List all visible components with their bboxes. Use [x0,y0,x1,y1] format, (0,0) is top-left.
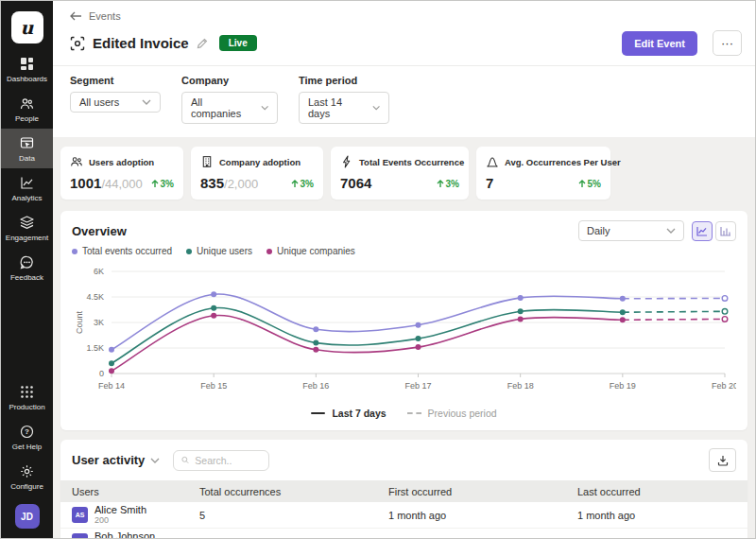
sidebar-item-configure[interactable]: Configure [1,457,53,496]
svg-text:Feb 14: Feb 14 [98,381,125,391]
svg-text:Feb 18: Feb 18 [507,381,534,391]
table-row[interactable]: AS Alice Smith200 5 1 month ago 1 month … [60,502,747,529]
sidebar-item-get-help[interactable]: ? Get Help [1,417,53,457]
sidebar-item-data[interactable]: Data [1,129,53,168]
back-arrow-icon [70,11,82,21]
period-legend: Last 7 days Previous period [72,404,736,425]
svg-text:Count: Count [75,311,84,335]
user-id: 200 [94,516,146,526]
event-icon [70,36,85,51]
table-row[interactable]: BJ Bob Johnson201 5 1 month ago 1 month … [60,529,747,539]
search-icon [181,455,189,465]
segment-filter-value: All users [79,96,119,108]
search-input[interactable] [195,455,261,466]
svg-text:Feb 15: Feb 15 [200,381,227,391]
sidebar-item-dashboards[interactable]: Dashboards [1,49,53,89]
sidebar-item-production[interactable]: Production [1,377,53,417]
avatar-initials: JD [21,512,33,522]
sidebar-item-label: Feedback [10,273,43,282]
sidebar-item-label: Get Help [12,443,43,451]
table-header: Users Total occurrences First occurred L… [60,480,747,502]
legend-unique-users[interactable]: Unique users [186,246,252,256]
download-icon [717,455,729,466]
users-adoption-icon [70,155,83,168]
user-name[interactable]: Bob Johnson [94,530,155,539]
stat-card-label: Company adoption [219,157,301,167]
cell-first-occurred: 1 month ago [388,536,577,539]
column-users: Users [72,486,199,497]
edit-pencil-icon[interactable] [197,38,208,49]
up-arrow-icon [578,180,586,188]
bar-chart-icon [720,226,731,236]
line-chart-toggle[interactable] [692,221,713,241]
app-logo-letter: u [21,17,34,38]
status-badge: Live [219,35,257,51]
time-period-filter-label: Time period [299,75,389,86]
back-link[interactable]: Events [70,10,121,22]
chart-type-toggle [692,221,736,241]
company-adoption-icon [200,155,214,168]
stat-card-label: Users adoption [89,157,154,167]
stat-card-value: 1001 [70,175,101,191]
svg-text:3K: 3K [94,318,104,327]
chevron-down-icon [666,228,676,234]
analytics-icon [19,175,35,191]
sidebar: u Dashboards People Data Analytics Engag… [1,1,53,538]
legend-total-events[interactable]: Total events occurred [72,246,172,256]
stat-card-label: Avg. Occurrences Per User [505,157,621,167]
svg-text:Feb 19: Feb 19 [610,381,636,391]
page-header: Events Edited Invoice Live Edit Event ··… [53,1,755,65]
solid-line-sample [311,412,325,414]
stat-card-change: 3% [291,179,314,189]
legend-unique-companies[interactable]: Unique companies [266,246,355,256]
sidebar-item-label: Data [19,154,35,163]
stat-card-total: /44,000 [101,177,142,191]
sidebar-item-analytics[interactable]: Analytics [1,168,53,208]
line-chart-icon [696,226,708,236]
main-area: Events Edited Invoice Live Edit Event ··… [53,1,755,538]
user-activity-panel: User activity Users Total occurrences Fi… [60,440,747,539]
search-box [173,450,269,471]
app-logo[interactable]: u [11,11,43,43]
more-options-button[interactable]: ··· [713,30,742,56]
overview-panel: Overview Daily Total events occurred [60,211,747,430]
chart-legend: Total events occurred Unique users Uniqu… [72,246,736,256]
time-period-filter-select[interactable]: Last 14 days [299,92,389,124]
granularity-select[interactable]: Daily [578,220,684,241]
engagement-icon [19,215,35,231]
granularity-value: Daily [587,225,610,236]
bar-chart-toggle[interactable] [715,221,736,241]
legend-dot [186,249,192,254]
stat-card-change: 5% [578,179,601,189]
stat-card-total: /2,000 [224,177,258,191]
bell-curve-icon [486,155,499,168]
sidebar-item-label: Engagement [6,234,48,242]
overview-line-chart: 01.5K3K4.5K6KFeb 14Feb 15Feb 16Feb 17Feb… [72,262,736,404]
sidebar-item-engagement[interactable]: Engagement [1,208,53,248]
sidebar-item-feedback[interactable]: Feedback [1,248,53,287]
stat-card-change: 3% [437,179,459,189]
stat-cards-row: Users adoption 1001/44,000 3% Company ad… [60,147,747,200]
svg-text:1.5K: 1.5K [86,343,104,353]
company-filter-value: All companies [191,96,246,119]
user-activity-title-dropdown[interactable]: User activity [72,453,160,467]
svg-text:6K: 6K [94,267,104,276]
stat-card-company-adoption: Company adoption 835/2,000 3% [191,147,323,200]
chevron-down-icon [150,458,160,463]
segment-filter-select[interactable]: All users [70,92,161,113]
legend-previous-period: Previous period [407,408,497,419]
row-avatar: BJ [72,533,88,539]
user-avatar[interactable]: JD [15,504,40,529]
edit-event-button[interactable]: Edit Event [622,31,697,56]
sidebar-item-label: People [15,114,39,123]
svg-text:?: ? [25,427,29,436]
sidebar-item-label: Analytics [11,194,42,202]
user-name[interactable]: Alice Smith [94,504,146,516]
column-first-occurred: First occurred [388,486,577,497]
download-button[interactable] [709,448,736,472]
sidebar-item-people[interactable]: People [1,89,53,129]
svg-text:0: 0 [99,369,104,378]
chart-area: 01.5K3K4.5K6KFeb 14Feb 15Feb 16Feb 17Feb… [72,262,736,404]
company-filter-select[interactable]: All companies [181,92,278,124]
segment-filter-label: Segment [70,75,161,86]
